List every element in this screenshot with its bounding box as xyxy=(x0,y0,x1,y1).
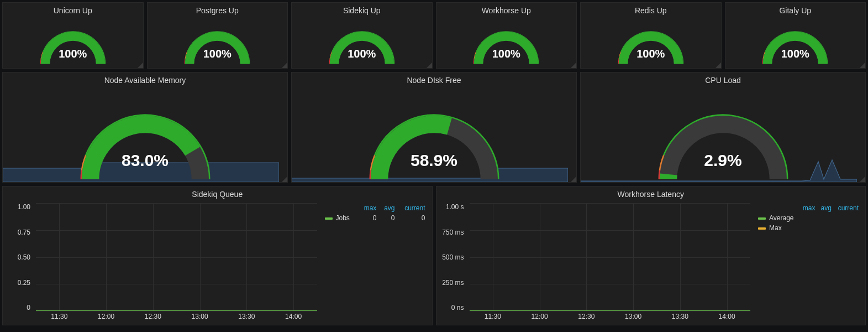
x-tick-label: 12:30 xyxy=(563,313,610,324)
y-tick-label: 0.75 xyxy=(7,229,30,236)
gauge-value-label: 2.9% xyxy=(704,151,741,170)
panel-title[interactable]: Node Available Memory xyxy=(3,72,287,87)
plot-grid xyxy=(470,203,751,312)
chart-legend: maxavgcurrentAverageMax xyxy=(750,203,861,324)
series-line xyxy=(470,310,751,311)
resize-handle-icon[interactable] xyxy=(282,177,287,182)
gauge: 100% xyxy=(436,17,577,68)
legend-header: max xyxy=(358,203,378,213)
chart-plot[interactable]: 1.000.750.500.25011:3012:0012:3013:0013:… xyxy=(7,203,317,324)
gauge-value-label: 83.0% xyxy=(122,151,169,170)
x-tick-label: 11:30 xyxy=(36,313,83,324)
chart-body: 1.00 s750 ms500 ms250 ms0 ns11:3012:0012… xyxy=(436,201,866,325)
panel-title[interactable]: Node DIsk Free xyxy=(292,72,576,87)
legend-swatch-icon xyxy=(758,227,766,230)
status-gauge-row: Unicorn Up 100% Postgres Up 100% Sidekiq… xyxy=(2,2,866,69)
legend-header: avg xyxy=(378,203,397,213)
x-tick-label: 12:30 xyxy=(130,313,177,324)
legend-series-name: Jobs xyxy=(336,214,350,222)
y-tick-label: 1.00 s xyxy=(441,203,464,211)
panel-node-disk[interactable]: Node DIsk Free 58.9% xyxy=(291,72,577,183)
gauge-value-label: 58.9% xyxy=(411,151,457,170)
resize-handle-icon[interactable] xyxy=(282,63,287,68)
panel-title[interactable]: Sidekiq Up xyxy=(292,3,432,17)
gauge-value-label: 100% xyxy=(636,48,665,60)
legend-header: avg xyxy=(817,203,834,213)
panel-unicorn-up[interactable]: Unicorn Up 100% xyxy=(2,2,144,69)
legend-row[interactable]: Max xyxy=(756,223,861,233)
legend-value xyxy=(834,213,861,223)
legend-series-name: Max xyxy=(769,224,782,232)
panel-postgres-up[interactable]: Postgres Up 100% xyxy=(147,2,288,69)
legend-value xyxy=(799,223,817,233)
series-line xyxy=(36,310,317,311)
gauge: 100% xyxy=(148,17,288,68)
panel-title[interactable]: CPU Load xyxy=(581,72,865,87)
panel-title[interactable]: Unicorn Up xyxy=(3,3,143,17)
legend-series-name: Average xyxy=(769,214,793,222)
legend-value xyxy=(817,223,834,233)
panel-sidekiq-up[interactable]: Sidekiq Up 100% xyxy=(291,2,433,69)
resize-handle-icon[interactable] xyxy=(571,63,576,68)
legend-value: 0 xyxy=(378,213,397,223)
panel-workhorse-up[interactable]: Workhorse Up 100% xyxy=(436,2,577,69)
panel-redis-up[interactable]: Redis Up 100% xyxy=(580,2,722,69)
legend-row[interactable]: Jobs000 xyxy=(323,213,428,223)
x-tick-label: 13:00 xyxy=(610,313,657,324)
resize-handle-icon[interactable] xyxy=(571,177,576,182)
x-tick-label: 11:30 xyxy=(470,313,517,324)
panel-title[interactable]: Workhorse Latency xyxy=(436,186,866,201)
legend-header: current xyxy=(834,203,861,213)
panel-gitaly-up[interactable]: Gitaly Up 100% xyxy=(725,2,866,69)
y-tick-label: 750 ms xyxy=(441,229,464,236)
plot-grid xyxy=(36,203,317,312)
resize-handle-icon[interactable] xyxy=(427,63,432,68)
gauge: 100% xyxy=(3,17,143,68)
legend-header: max xyxy=(799,203,817,213)
x-tick-label: 14:00 xyxy=(703,313,750,324)
gauge-svg xyxy=(365,105,503,182)
panel-title[interactable]: Sidekiq Queue xyxy=(3,186,432,201)
chart-legend: maxavgcurrentJobs000 xyxy=(317,203,428,324)
y-tick-label: 500 ms xyxy=(441,253,464,261)
gauge-value-label: 100% xyxy=(781,48,809,60)
resize-handle-icon[interactable] xyxy=(716,63,721,68)
gauge: 100% xyxy=(725,17,866,68)
resize-handle-icon[interactable] xyxy=(860,63,865,68)
panel-sidekiq-queue[interactable]: Sidekiq Queue 1.000.750.500.25011:3012:0… xyxy=(2,186,433,325)
y-tick-label: 0 ns xyxy=(441,304,464,312)
y-axis: 1.00 s750 ms500 ms250 ms0 ns xyxy=(441,203,467,312)
legend-value xyxy=(834,223,861,233)
x-tick-label: 13:30 xyxy=(657,313,704,324)
x-tick-label: 12:00 xyxy=(83,313,130,324)
legend-value: 0 xyxy=(358,213,378,223)
panel-title[interactable]: Gitaly Up xyxy=(725,3,866,17)
panel-workhorse-latency[interactable]: Workhorse Latency 1.00 s750 ms500 ms250 … xyxy=(436,186,866,325)
gauge-value-label: 100% xyxy=(203,48,232,60)
panel-cpu-load[interactable]: CPU Load 2.9% xyxy=(580,72,866,183)
y-tick-label: 0 xyxy=(7,304,30,312)
y-tick-label: 0.50 xyxy=(7,253,30,261)
legend-value xyxy=(817,213,834,223)
legend-value: 0 xyxy=(397,213,428,223)
gauge: 2.9% xyxy=(581,87,865,182)
legend-header: current xyxy=(397,203,428,213)
big-gauge-row: Node Available Memory 83.0% Node DIsk Fr… xyxy=(2,72,866,183)
panel-title[interactable]: Redis Up xyxy=(581,3,721,17)
panel-title[interactable]: Postgres Up xyxy=(148,3,288,17)
chart-row: Sidekiq Queue 1.000.750.500.25011:3012:0… xyxy=(2,186,866,325)
y-tick-label: 250 ms xyxy=(441,279,464,287)
legend-row[interactable]: Average xyxy=(756,213,861,223)
panel-node-memory[interactable]: Node Available Memory 83.0% xyxy=(2,72,288,183)
gauge: 58.9% xyxy=(292,87,576,182)
legend-swatch-icon xyxy=(758,217,766,220)
panel-title[interactable]: Workhorse Up xyxy=(436,3,577,17)
chart-plot[interactable]: 1.00 s750 ms500 ms250 ms0 ns11:3012:0012… xyxy=(441,203,751,324)
y-axis: 1.000.750.500.250 xyxy=(7,203,34,312)
resize-handle-icon[interactable] xyxy=(860,177,865,182)
x-axis: 11:3012:0012:3013:0013:3014:00 xyxy=(470,313,751,324)
resize-handle-icon[interactable] xyxy=(138,63,143,68)
gauge-value-label: 100% xyxy=(59,48,87,60)
y-tick-label: 1.00 xyxy=(7,203,30,211)
x-tick-label: 14:00 xyxy=(270,313,317,324)
